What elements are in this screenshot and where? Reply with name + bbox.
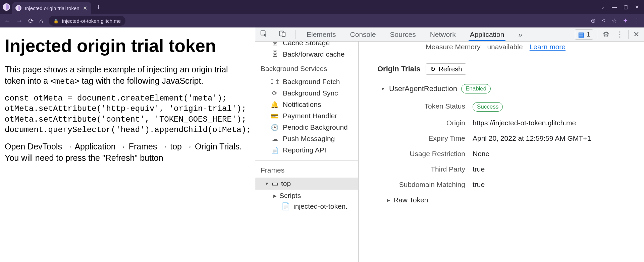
bookmark-icon[interactable]: ☆ <box>611 17 617 24</box>
subdomain-value: true <box>473 181 644 189</box>
settings-icon[interactable]: ⚙ <box>603 30 609 39</box>
toolbar: ← → ⟳ ⌂ 🔒 injected-ot-token.glitch.me ⊕ … <box>0 14 644 27</box>
tab-console[interactable]: Console <box>349 28 377 41</box>
sync-icon: ⟳ <box>271 89 279 97</box>
tabs-overflow-button[interactable]: » <box>517 28 524 41</box>
frames-script-leaf[interactable]: 📄 injected-ot-token. <box>255 201 358 210</box>
tab-application[interactable]: Application <box>469 28 506 41</box>
origin-label: Origin <box>365 119 473 127</box>
tab-title: Injected origin trial token <box>25 5 79 11</box>
token-status-label: Token Status <box>365 102 473 112</box>
window-icon: ▭ <box>272 180 278 188</box>
extensions-icon[interactable]: ✦ <box>623 17 628 24</box>
sidebar-item-bg-fetch[interactable]: ↧↥ Background Fetch <box>255 76 358 87</box>
sidebar-item-label: Background Sync <box>283 89 338 97</box>
tab-close-icon[interactable]: ✕ <box>83 5 87 11</box>
nav-forward-button: → <box>16 17 23 25</box>
window-maximize-button[interactable]: ▢ <box>624 4 628 10</box>
sidebar-section-background: Background Services <box>255 60 358 76</box>
more-icon[interactable]: ⋮ <box>616 30 624 39</box>
application-sidebar: 🗄 Cache Storage 🗄 Back/forward cache Bac… <box>255 42 359 262</box>
trial-name: UserAgentReduction <box>389 84 457 93</box>
sidebar-item-bg-sync[interactable]: ⟳ Background Sync <box>255 87 358 99</box>
nav-back-button[interactable]: ← <box>4 17 11 25</box>
database-icon: 🗄 <box>271 51 279 58</box>
lock-icon: 🔒 <box>53 18 59 23</box>
window-titlebar: Injected origin trial token ✕ + ⌄ — ▢ ✕ <box>0 0 644 14</box>
nav-reload-button[interactable]: ⟳ <box>28 17 34 25</box>
tab-strip: Injected origin trial token ✕ + <box>0 0 104 14</box>
separator <box>628 30 629 39</box>
sidebar-item-reporting[interactable]: 📄 Reporting API <box>255 144 358 156</box>
frames-top-row[interactable]: ▼ ▭ top <box>255 178 358 190</box>
sidebar-item-label: Cache Storage <box>283 42 330 47</box>
sidebar-item-periodic[interactable]: 🕒 Periodic Background <box>255 122 358 133</box>
sidebar-item-notifications[interactable]: 🔔 Notifications <box>255 99 358 110</box>
sidebar-section-frames: Frames <box>255 164 358 178</box>
frames-section: Frames ▼ ▭ top ▶ Scripts 📄 injected-ot-t… <box>255 161 358 210</box>
sidebar-item-label: Reporting API <box>283 146 326 154</box>
clock-icon: 🕒 <box>271 124 279 131</box>
token-status-value: Success <box>473 102 644 112</box>
measure-memory-row: Measure Memory unavailable Learn more <box>426 42 644 54</box>
sidebar-item-push[interactable]: ☁ Push Messaging <box>255 133 358 144</box>
window-minimize-button[interactable]: — <box>612 4 617 10</box>
window-controls: ⌄ — ▢ ✕ <box>601 4 644 10</box>
raw-token-label: Raw Token <box>393 196 428 204</box>
devtools-panel: Elements Console Sources Network Applica… <box>255 27 644 262</box>
fetch-icon: ↧↥ <box>271 78 279 86</box>
learn-more-link[interactable]: Learn more <box>530 43 566 51</box>
zoom-icon[interactable]: ⊕ <box>591 17 596 24</box>
window-close-button[interactable]: ✕ <box>635 4 639 10</box>
page-title: Injected origin trial token <box>5 36 250 56</box>
frames-top-label: top <box>281 180 291 188</box>
sidebar-item-cache-storage[interactable]: 🗄 Cache Storage <box>255 42 358 49</box>
sidebar-item-payment[interactable]: 💳 Payment Handler <box>255 110 358 122</box>
meta-code: <meta> <box>50 77 79 86</box>
sidebar-item-label: Push Messaging <box>283 135 335 143</box>
devtools-tabbar: Elements Console Sources Network Applica… <box>255 27 644 42</box>
usage-label: Usage Restriction <box>365 150 473 158</box>
frames-scripts-row[interactable]: ▶ Scripts <box>255 190 358 201</box>
refresh-label: Refresh <box>438 65 462 73</box>
raw-token-row[interactable]: ▶ Raw Token <box>359 196 644 204</box>
url-text: injected-ot-token.glitch.me <box>62 18 121 24</box>
inspect-icon[interactable] <box>260 30 267 39</box>
sidebar-item-bfcache[interactable]: 🗄 Back/forward cache <box>255 49 358 60</box>
file-icon: 📄 <box>271 146 279 154</box>
third-party-value: true <box>473 165 644 173</box>
tab-sources[interactable]: Sources <box>389 28 417 41</box>
nav-home-button[interactable]: ⌂ <box>39 17 43 25</box>
refresh-button[interactable]: ↻ Refresh <box>426 63 466 75</box>
issues-count: 1 <box>586 31 590 38</box>
address-bar[interactable]: 🔒 injected-ot-token.glitch.me <box>49 16 125 26</box>
sidebar-item-label: Periodic Background <box>283 123 348 131</box>
database-icon: 🗄 <box>271 42 279 47</box>
new-tab-button[interactable]: + <box>93 3 104 11</box>
menu-icon[interactable]: ⋮ <box>634 17 640 24</box>
device-mode-icon[interactable] <box>279 30 286 39</box>
instructions-paragraph: Open DevTools → Application → Frames → t… <box>5 141 250 164</box>
share-icon[interactable]: < <box>602 17 605 24</box>
tabs-chevron-icon[interactable]: ⌄ <box>601 4 605 10</box>
origin-trials-title: Origin Trials <box>377 65 420 73</box>
trial-row[interactable]: ▼ UserAgentReduction Enabled <box>359 84 644 93</box>
intro-paragraph: This page shows a simple example of inje… <box>5 64 250 87</box>
origin-trials-header: Origin Trials ↻ Refresh <box>359 63 644 75</box>
browser-tab[interactable]: Injected origin trial token ✕ <box>12 2 91 14</box>
devtools-tabbar-right: ▤ 1 ⚙ ⋮ ✕ <box>575 29 639 40</box>
file-icon: 📄 <box>281 202 290 210</box>
tab-network[interactable]: Network <box>429 28 457 41</box>
triangle-down-icon: ▼ <box>265 181 269 186</box>
separator <box>598 30 598 39</box>
issues-button[interactable]: ▤ 1 <box>575 29 593 40</box>
token-status-badge: Success <box>473 102 503 112</box>
sidebar-item-label: Notifications <box>283 101 321 109</box>
triangle-down-icon: ▼ <box>381 86 385 91</box>
tab-elements[interactable]: Elements <box>305 28 337 41</box>
devtools-close-icon[interactable]: ✕ <box>633 30 639 39</box>
usage-value: None <box>473 150 644 158</box>
origin-value: https://injected-ot-token.glitch.me <box>473 119 644 127</box>
intro-text-post: tag with the following JavaScript. <box>79 76 204 85</box>
measure-memory-value: unavailable <box>487 43 523 51</box>
